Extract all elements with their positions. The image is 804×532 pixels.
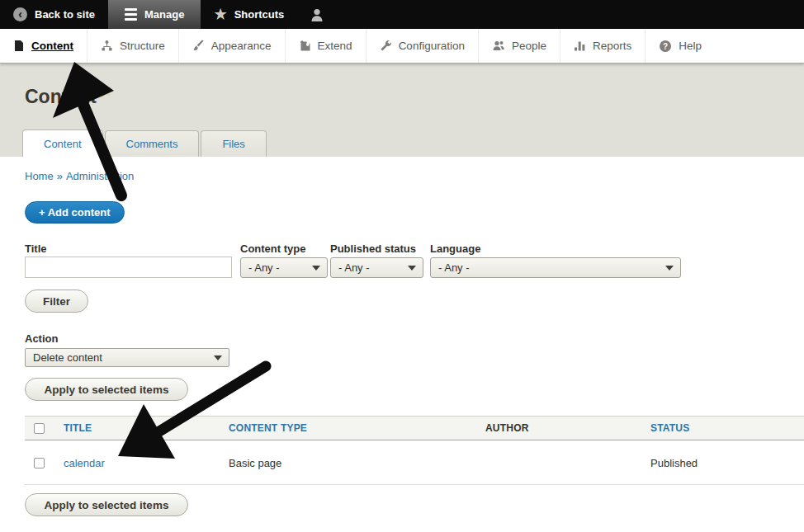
apply-to-selected-button-top[interactable]: Apply to selected items bbox=[25, 378, 188, 401]
tab-content[interactable]: Content bbox=[22, 129, 103, 157]
row-title-link[interactable]: calendar bbox=[64, 457, 105, 469]
table-row: calendar Basic page Published bbox=[25, 441, 804, 485]
language-label: Language bbox=[430, 242, 480, 255]
content-type-select[interactable]: - Any - bbox=[240, 257, 328, 278]
hamburger-icon bbox=[125, 8, 137, 21]
menu-item-configuration[interactable]: Configuration bbox=[366, 29, 478, 63]
table-header-title[interactable]: TITLE bbox=[64, 417, 92, 440]
structure-sitemap-icon bbox=[101, 40, 113, 52]
back-to-site-label: Back to site bbox=[35, 8, 95, 21]
admin-menu-bar: Content Structure Appearance Extend bbox=[0, 29, 804, 64]
table-header-row: TITLE CONTENT TYPE AUTHOR STATUS bbox=[25, 416, 804, 440]
apply-to-selected-button-bottom[interactable]: Apply to selected items bbox=[25, 493, 188, 516]
title-filter-label: Title bbox=[25, 242, 47, 255]
dropdown-caret-icon bbox=[312, 266, 320, 271]
back-arrow-icon: ‹ bbox=[13, 7, 27, 21]
dropdown-caret-icon bbox=[408, 266, 416, 271]
language-select[interactable]: - Any - bbox=[430, 257, 681, 278]
row-content-type: Basic page bbox=[229, 441, 281, 484]
primary-tabs: Content Comments Files bbox=[22, 129, 267, 157]
breadcrumb: Home»Administration bbox=[25, 170, 134, 182]
table-header-author: AUTHOR bbox=[485, 417, 529, 440]
page-header: Content Content Comments Files bbox=[0, 64, 804, 157]
menu-item-help[interactable]: ? Help bbox=[645, 29, 715, 63]
filter-button[interactable]: Filter bbox=[25, 290, 88, 313]
published-status-label: Published status bbox=[330, 242, 416, 255]
tab-comments[interactable]: Comments bbox=[105, 130, 200, 157]
select-all-checkbox[interactable] bbox=[34, 423, 45, 434]
title-filter-input[interactable] bbox=[25, 257, 232, 278]
dropdown-caret-icon bbox=[665, 266, 674, 271]
manage-menu-button[interactable]: Manage bbox=[108, 0, 201, 29]
reports-barchart-icon bbox=[574, 40, 586, 52]
row-status: Published bbox=[650, 441, 698, 484]
menu-item-appearance[interactable]: Appearance bbox=[178, 29, 285, 63]
content-page-icon bbox=[13, 40, 25, 52]
menu-item-content[interactable]: Content bbox=[0, 29, 87, 63]
appearance-brush-icon bbox=[192, 40, 205, 52]
star-icon: ★ bbox=[214, 7, 226, 21]
menu-item-extend[interactable]: Extend bbox=[285, 29, 366, 63]
help-question-icon: ? bbox=[659, 40, 672, 53]
extend-puzzle-icon bbox=[299, 40, 311, 52]
breadcrumb-administration[interactable]: Administration bbox=[66, 170, 134, 182]
user-account-button[interactable] bbox=[297, 0, 337, 29]
menu-item-people[interactable]: People bbox=[478, 29, 560, 63]
table-header-status[interactable]: STATUS bbox=[650, 417, 689, 440]
manage-label: Manage bbox=[144, 8, 184, 21]
row-checkbox[interactable] bbox=[34, 458, 45, 468]
admin-topbar: ‹ Back to site Manage ★ Shortcuts bbox=[0, 0, 804, 29]
page-title: Content bbox=[25, 86, 97, 108]
menu-item-structure[interactable]: Structure bbox=[87, 29, 178, 63]
configuration-wrench-icon bbox=[380, 40, 392, 52]
published-status-select[interactable]: - Any - bbox=[330, 257, 423, 278]
breadcrumb-separator: » bbox=[54, 170, 66, 182]
add-content-button[interactable]: + Add content bbox=[25, 201, 125, 224]
drupal-admin-page: ‹ Back to site Manage ★ Shortcuts Conten… bbox=[0, 0, 804, 532]
shortcuts-button[interactable]: ★ Shortcuts bbox=[201, 0, 297, 29]
shortcuts-label: Shortcuts bbox=[234, 8, 285, 21]
action-select[interactable]: Delete content bbox=[25, 348, 229, 367]
action-label: Action bbox=[25, 332, 58, 345]
breadcrumb-home[interactable]: Home bbox=[25, 170, 54, 182]
svg-text:?: ? bbox=[663, 41, 668, 50]
menu-item-reports[interactable]: Reports bbox=[560, 29, 645, 63]
content-type-label: Content type bbox=[240, 242, 305, 255]
table-header-content-type[interactable]: CONTENT TYPE bbox=[229, 417, 307, 440]
tab-files[interactable]: Files bbox=[201, 130, 266, 157]
people-icon bbox=[492, 40, 505, 52]
user-icon bbox=[309, 7, 325, 23]
dropdown-caret-icon bbox=[214, 355, 222, 360]
back-to-site-button[interactable]: ‹ Back to site bbox=[0, 0, 108, 29]
